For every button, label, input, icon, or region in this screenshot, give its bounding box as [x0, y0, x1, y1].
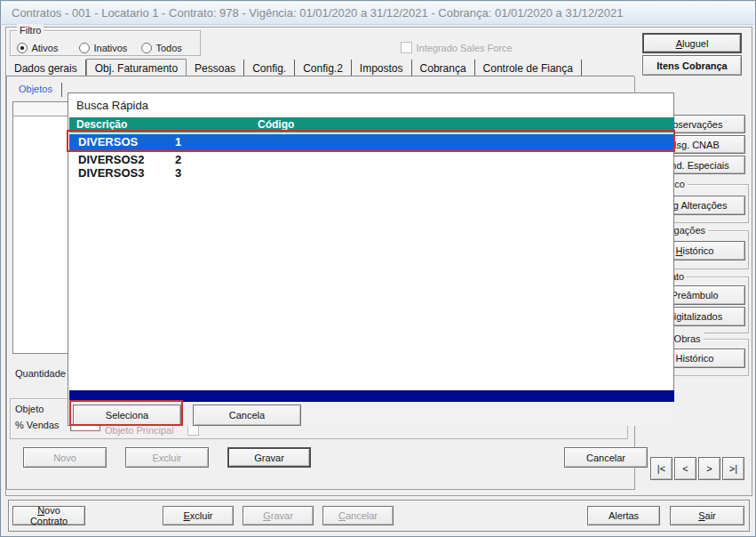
- objeto-label: Objeto: [15, 404, 44, 414]
- cancelar-button[interactable]: Cancelar: [322, 506, 394, 525]
- window-titlebar: Contratos - 001 - Locatario 1 - Contrato…: [2, 2, 754, 25]
- cancela-button[interactable]: Cancela: [193, 405, 301, 426]
- window-title: Contratos - 001 - Locatario 1 - Contrato…: [12, 6, 624, 20]
- filter-legend: Filtro: [17, 24, 44, 36]
- novo-contrato-button[interactable]: Novo Contrato: [12, 506, 85, 525]
- tab-config[interactable]: Config.: [244, 60, 295, 76]
- tab-dados-gerais[interactable]: Dados gerais: [6, 60, 86, 76]
- vendas-label: % Vendas: [15, 420, 60, 430]
- objeto-principal-label: Objeto Principal: [105, 425, 174, 436]
- tab-controle-fianca[interactable]: Controle de Fiança: [475, 60, 582, 76]
- grid-row[interactable]: DIVERSOS2 2: [69, 153, 674, 166]
- nav-prev-icon: <: [682, 463, 688, 474]
- nav-first-icon: |<: [657, 463, 665, 474]
- app-window: Contratos - 001 - Locatario 1 - Contrato…: [0, 0, 756, 537]
- quantidade-label: Quantidade: [15, 368, 66, 379]
- salesforce-label: Integrado Sales Force: [416, 43, 512, 53]
- nav-first-button[interactable]: |<: [650, 457, 672, 480]
- radio-todos-label: Todos: [155, 43, 181, 53]
- tab-cobranca[interactable]: Cobrança: [412, 60, 475, 76]
- subtab-objetos[interactable]: Objetos: [13, 83, 58, 95]
- salesforce-checkbox[interactable]: [401, 42, 412, 53]
- subtab-separator: [61, 83, 62, 97]
- gravar-inner-button[interactable]: Gravar: [227, 447, 311, 468]
- radio-inativos-icon[interactable]: [79, 43, 90, 53]
- radio-inativos-label: Inativos: [93, 43, 127, 53]
- tab-strip: Dados gerais Obj. Faturamento Pessoas Co…: [6, 60, 582, 76]
- tab-pessoas[interactable]: Pessoas: [187, 60, 244, 76]
- grid-row[interactable]: DIVERSOS3 3: [69, 166, 674, 180]
- cancelar-inner-button[interactable]: Cancelar: [564, 447, 648, 468]
- radio-todos-icon[interactable]: [141, 43, 152, 53]
- itens-cobranca-button[interactable]: Itens Cobrança: [642, 55, 742, 76]
- dialog-status-bar: [69, 390, 674, 402]
- radio-ativos-label: Ativos: [31, 43, 58, 53]
- radio-ativos-icon[interactable]: [17, 43, 28, 53]
- excluir-button[interactable]: Excluir: [163, 506, 234, 525]
- nav-next-button[interactable]: >: [698, 457, 720, 480]
- aluguel-button[interactable]: Aluguel: [642, 33, 742, 53]
- nav-last-icon: >|: [729, 463, 737, 474]
- alertas-button[interactable]: Alertas: [587, 506, 660, 525]
- column-descricao: Descrição: [76, 118, 127, 131]
- salesforce-row: Integrado Sales Force: [401, 39, 513, 55]
- dialog-title: Busca Rápida: [76, 99, 148, 112]
- novo-button[interactable]: Novo: [23, 447, 107, 468]
- excluir-inner-button[interactable]: Excluir: [125, 447, 209, 468]
- grid-row-selected[interactable]: DIVERSOS 1: [69, 134, 674, 150]
- nav-prev-button[interactable]: <: [674, 457, 696, 480]
- column-codigo: Código: [258, 118, 294, 131]
- busca-rapida-dialog: Busca Rápida Descrição Código DIVERSOS 1…: [68, 92, 674, 426]
- seleciona-button[interactable]: Seleciona: [73, 405, 181, 426]
- nav-next-icon: >: [706, 463, 712, 474]
- tab-config2[interactable]: Config.2: [295, 60, 352, 76]
- radio-ativos[interactable]: Ativos: [17, 39, 58, 55]
- radio-todos[interactable]: Todos: [141, 39, 182, 55]
- gravar-button[interactable]: Gravar: [243, 506, 314, 525]
- nav-last-button[interactable]: >|: [722, 457, 744, 480]
- tab-impostos[interactable]: Impostos: [352, 60, 412, 76]
- radio-inativos[interactable]: Inativos: [79, 39, 127, 55]
- sair-button[interactable]: Sair: [670, 506, 744, 525]
- tab-obj-faturamento[interactable]: Obj. Faturamento: [86, 59, 187, 76]
- grid-header-row: Descrição Código: [69, 117, 674, 132]
